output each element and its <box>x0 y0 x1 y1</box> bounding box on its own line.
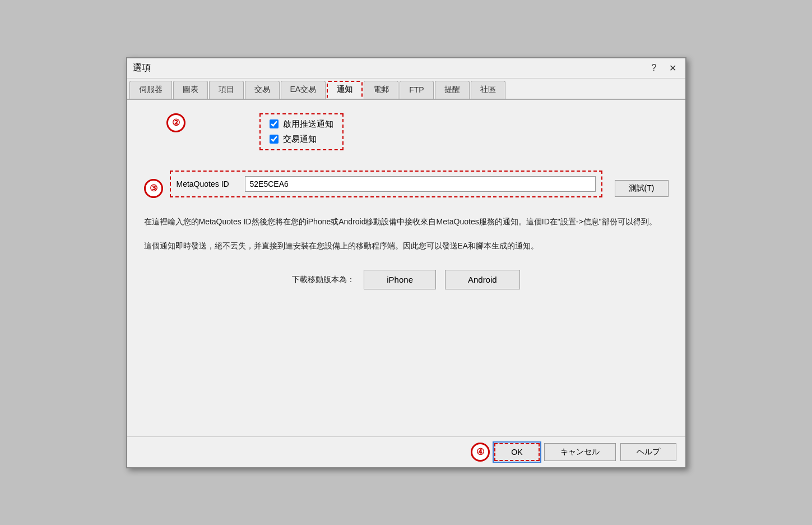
tab-server[interactable]: 伺服器 <box>129 81 172 99</box>
description-text-2: 這個通知即時發送，絕不丟失，并直接到達安裝在您設備上的移動程序端。因此您可以發送… <box>144 240 669 253</box>
footer: ④ OK キャンセル ヘルプ <box>127 436 685 467</box>
metaquotes-id-input[interactable] <box>245 176 596 192</box>
tab-email[interactable]: 電郵 <box>364 81 398 99</box>
annotation-badge-2: ② <box>166 113 185 132</box>
ok-button[interactable]: OK <box>494 443 539 461</box>
test-button[interactable]: 測試(T) <box>615 180 669 197</box>
annotation-badge-4: ④ <box>471 443 490 462</box>
checkbox-section: 啟用推送通知 交易通知 <box>259 113 344 150</box>
help-button[interactable]: ? <box>648 62 660 74</box>
trade-notification-checkbox[interactable] <box>270 135 279 144</box>
options-dialog: 選項 ? ✕ 伺服器 圖表 項目 交易 EA交易 通知 電郵 FTP 提醒 社區… <box>126 57 686 468</box>
metaquotes-id-row: MetaQuotes ID <box>170 171 602 197</box>
tab-chart[interactable]: 圖表 <box>173 81 208 99</box>
trade-notification-label: 交易通知 <box>283 134 317 145</box>
help-footer-button[interactable]: ヘルプ <box>620 443 676 461</box>
annotation-badge-3: ③ <box>144 179 163 198</box>
push-notification-row: 啟用推送通知 <box>270 119 333 130</box>
tab-notification[interactable]: 通知 <box>327 81 363 99</box>
push-notification-checkbox[interactable] <box>270 119 279 128</box>
trade-notification-row: 交易通知 <box>270 134 333 145</box>
close-button[interactable]: ✕ <box>666 62 680 75</box>
description-text-1: 在這裡輸入您的MetaQuotes ID然後您將在您的iPhone或Androi… <box>144 215 669 229</box>
tab-reminder[interactable]: 提醒 <box>435 81 470 99</box>
tab-trade[interactable]: 交易 <box>245 81 280 99</box>
dialog-title: 選項 <box>133 62 151 74</box>
tab-items[interactable]: 項目 <box>209 81 244 99</box>
checkbox-section-container: ② 啟用推送通知 交易通知 <box>166 113 669 162</box>
cancel-button[interactable]: キャンセル <box>544 443 616 461</box>
tab-ftp[interactable]: FTP <box>400 81 433 99</box>
push-notification-label: 啟用推送通知 <box>283 119 333 130</box>
android-download-button[interactable]: Android <box>445 270 520 289</box>
title-bar: 選項 ? ✕ <box>127 58 685 79</box>
content-area: ② 啟用推送通知 交易通知 ③ MetaQuotes ID 測試(T) <box>127 100 685 436</box>
metaquotes-id-label: MetaQuotes ID <box>177 179 238 188</box>
title-bar-controls: ? ✕ <box>648 62 680 75</box>
download-section: 下載移動版本為： iPhone Android <box>144 270 669 289</box>
iphone-download-button[interactable]: iPhone <box>364 270 436 289</box>
tab-bar: 伺服器 圖表 項目 交易 EA交易 通知 電郵 FTP 提醒 社區 <box>127 79 685 100</box>
tab-community[interactable]: 社區 <box>471 81 505 99</box>
tab-ea-trade[interactable]: EA交易 <box>281 81 326 99</box>
download-label: 下載移動版本為： <box>292 275 355 285</box>
metaquotes-id-section: ③ MetaQuotes ID 測試(T) <box>144 171 669 206</box>
